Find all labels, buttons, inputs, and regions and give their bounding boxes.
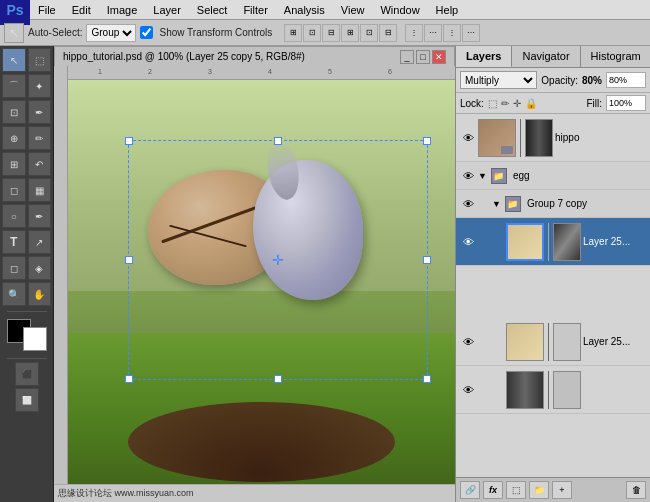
fill-label: Fill:: [586, 98, 602, 109]
menu-file[interactable]: File: [30, 0, 64, 19]
tool-select[interactable]: ⬚: [28, 48, 52, 72]
link-sel: [548, 223, 549, 261]
tool-brush[interactable]: ✏: [28, 126, 52, 150]
layer-item-selected[interactable]: 👁 Layer thumbnail Layer 25...: [456, 218, 650, 266]
tool-eraser[interactable]: ◻: [2, 178, 26, 202]
link-bot: [548, 371, 549, 409]
layer-item-layer25[interactable]: 👁 Layer 25...: [456, 318, 650, 366]
menu-analysis[interactable]: Analysis: [276, 0, 333, 19]
align-btn-1[interactable]: ⊞: [284, 24, 302, 42]
menu-filter[interactable]: Filter: [235, 0, 275, 19]
align-btn-4[interactable]: ⊞: [341, 24, 359, 42]
align-btn-3[interactable]: ⊟: [322, 24, 340, 42]
menu-select[interactable]: Select: [189, 0, 236, 19]
blend-mode-select[interactable]: Multiply Normal Screen Overlay: [460, 71, 537, 89]
lock-move-icon[interactable]: ✛: [513, 98, 521, 109]
tool-3d[interactable]: ◈: [28, 256, 52, 280]
menu-image[interactable]: Image: [99, 0, 146, 19]
canvas-close[interactable]: ✕: [432, 50, 446, 64]
tool-eyedropper[interactable]: ✒: [28, 100, 52, 124]
align-btn-6[interactable]: ⊟: [379, 24, 397, 42]
dist-btn-1[interactable]: ⋮: [405, 24, 423, 42]
tool-quick-mask[interactable]: ⬛: [15, 362, 39, 386]
eye-selected[interactable]: 👁: [460, 234, 476, 250]
layer-item-egg[interactable]: 👁 ▼ 📁 egg: [456, 162, 650, 190]
footer-mask-btn[interactable]: ⬚: [506, 481, 526, 499]
tool-heal[interactable]: ⊕: [2, 126, 26, 150]
footer-fx-btn[interactable]: fx: [483, 481, 503, 499]
arrow-group7[interactable]: ▼: [492, 199, 501, 209]
tool-divider: [7, 311, 47, 312]
tool-screen-mode[interactable]: ⬜: [15, 388, 39, 412]
layer-name-selected: Layer 25...: [583, 236, 646, 247]
layer-item-bottom[interactable]: 👁: [456, 366, 650, 414]
canvas-maximize[interactable]: □: [416, 50, 430, 64]
layers-tabs: Layers Navigator Histogram: [456, 46, 650, 68]
show-transform-checkbox[interactable]: [140, 26, 153, 39]
layer-item-hippo[interactable]: 👁 hippo: [456, 114, 650, 162]
tool-clone[interactable]: ⊞: [2, 152, 26, 176]
auto-select-dropdown[interactable]: Group Layer: [86, 24, 136, 42]
dist-btn-2[interactable]: ⋯: [424, 24, 442, 42]
tool-type[interactable]: T: [2, 230, 26, 254]
lock-transparent-icon[interactable]: ⬚: [488, 98, 497, 109]
menu-layer[interactable]: Layer: [145, 0, 189, 19]
layer-name-layer25: Layer 25...: [583, 336, 646, 347]
dist-btn-3[interactable]: ⋮: [443, 24, 461, 42]
menu-help[interactable]: Help: [428, 0, 467, 19]
tool-path-select[interactable]: ↗: [28, 230, 52, 254]
tool-gradient[interactable]: ▦: [28, 178, 52, 202]
dist-btn-4[interactable]: ⋯: [462, 24, 480, 42]
lock-all-icon[interactable]: 🔒: [525, 98, 537, 109]
canvas-image[interactable]: ✛: [68, 80, 455, 502]
canvas-minimize[interactable]: _: [400, 50, 414, 64]
layers-panel: Layers Navigator Histogram Multiply Norm…: [455, 46, 650, 502]
lock-paint-icon[interactable]: ✏: [501, 98, 509, 109]
eye-group7[interactable]: 👁: [460, 196, 476, 212]
tool-pen[interactable]: ✒: [28, 204, 52, 228]
ruler-mark-2: 2: [148, 68, 152, 75]
eye-layer25[interactable]: 👁: [460, 334, 476, 350]
move-tool-icon[interactable]: ↖: [4, 23, 24, 43]
eye-egg[interactable]: 👁: [460, 168, 476, 184]
tool-dodge[interactable]: ○: [2, 204, 26, 228]
tool-zoom[interactable]: 🔍: [2, 282, 26, 306]
ruler-mark-5: 5: [328, 68, 332, 75]
tab-histogram[interactable]: Histogram: [581, 46, 650, 67]
background-color[interactable]: [23, 327, 47, 351]
tab-navigator[interactable]: Navigator: [512, 46, 580, 67]
opacity-value: 80%: [582, 75, 602, 86]
menu-edit[interactable]: Edit: [64, 0, 99, 19]
align-btn-2[interactable]: ⊡: [303, 24, 321, 42]
tool-hand[interactable]: ✋: [28, 282, 52, 306]
footer-link-btn[interactable]: 🔗: [460, 481, 480, 499]
layer-item-group7copy[interactable]: 👁 ▼ 📁 Group 7 copy: [456, 190, 650, 218]
tab-layers[interactable]: Layers: [456, 46, 512, 67]
fill-input[interactable]: 100%: [606, 95, 646, 111]
menu-window[interactable]: Window: [372, 0, 427, 19]
tool-lasso[interactable]: ⌒: [2, 74, 26, 98]
layer-thumb-layer25: [506, 323, 544, 361]
lock-label: Lock:: [460, 98, 484, 109]
footer-group-btn[interactable]: 📁: [529, 481, 549, 499]
layer-name-egg: egg: [513, 170, 646, 181]
arrow-egg[interactable]: ▼: [478, 171, 487, 181]
ruler-mark-6: 6: [388, 68, 392, 75]
layer-name-hippo: hippo: [555, 132, 646, 143]
photo-content: ✛: [68, 80, 455, 502]
footer-delete-btn[interactable]: 🗑: [626, 481, 646, 499]
tool-magic-wand[interactable]: ✦: [28, 74, 52, 98]
eye-bottom[interactable]: 👁: [460, 382, 476, 398]
layer-thumb-bottom: [506, 371, 544, 409]
color-selector[interactable]: [7, 319, 47, 351]
align-btn-5[interactable]: ⊡: [360, 24, 378, 42]
tool-history-brush[interactable]: ↶: [28, 152, 52, 176]
footer-new-btn[interactable]: +: [552, 481, 572, 499]
tool-shape[interactable]: ◻: [2, 256, 26, 280]
status-bar: 思缘设计论坛 www.missyuan.com: [54, 484, 455, 502]
tool-crop[interactable]: ⊡: [2, 100, 26, 124]
menu-view[interactable]: View: [333, 0, 373, 19]
opacity-input[interactable]: 80%: [606, 72, 646, 88]
tool-move[interactable]: ↖: [2, 48, 26, 72]
eye-hippo[interactable]: 👁: [460, 130, 476, 146]
